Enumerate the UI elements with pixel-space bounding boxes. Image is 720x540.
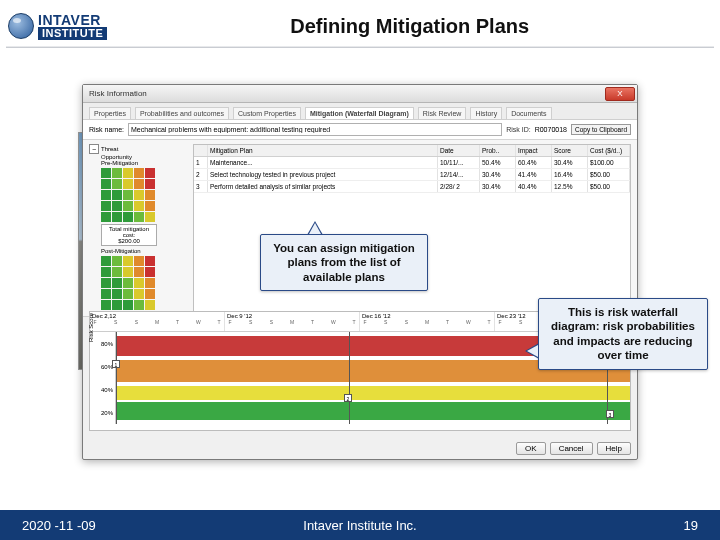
close-button[interactable]: X	[605, 87, 635, 101]
callout-assign-plans: You can assign mitigation plans from the…	[260, 234, 428, 291]
copy-clipboard-button[interactable]: Copy to Clipboard	[571, 124, 631, 135]
dialog-titlebar: Risk Information X	[83, 85, 637, 103]
expand-threat-button[interactable]: −	[89, 144, 99, 154]
band-yellow	[116, 386, 630, 400]
tab-6[interactable]: Documents	[506, 107, 551, 119]
band-green	[116, 402, 630, 420]
risk-name-row: Risk name: Risk ID: R0070018 Copy to Cli…	[83, 120, 637, 140]
marker-3: 3	[606, 410, 614, 418]
tab-5[interactable]: History	[470, 107, 502, 119]
logo-text-top: INTAVER	[38, 13, 107, 27]
help-button[interactable]: Help	[597, 442, 631, 455]
cancel-button[interactable]: Cancel	[550, 442, 593, 455]
table-row[interactable]: 1Maintenance...10/11/...50.4%60.4%30.4%$…	[194, 157, 630, 169]
dialog-buttons: OK Cancel Help	[516, 442, 631, 455]
risk-id-label: Risk ID:	[506, 126, 531, 133]
footer-date: 2020 -11 -09	[22, 518, 96, 533]
marker-2: 2	[344, 394, 352, 402]
footer-org: Intaver Institute Inc.	[303, 518, 416, 533]
matrix-row-postmitigation: Post-Mitigation	[101, 248, 141, 254]
table-row[interactable]: 3Perform detailed analysis of similar pr…	[194, 181, 630, 193]
callout-waterfall: This is risk waterfall diagram: risk pro…	[538, 298, 708, 370]
tab-4[interactable]: Risk Review	[418, 107, 467, 119]
tab-0[interactable]: Properties	[89, 107, 131, 119]
slide-footer: 2020 -11 -09 Intaver Institute Inc. 19	[0, 510, 720, 540]
footer-page: 19	[684, 518, 698, 533]
risk-id-value: R0070018	[535, 126, 567, 133]
tab-2[interactable]: Custom Properties	[233, 107, 301, 119]
header-divider	[6, 46, 714, 48]
logo: INTAVER INSTITUTE	[8, 13, 107, 40]
dialog-title: Risk Information	[89, 89, 147, 98]
tab-1[interactable]: Probabilities and outcomes	[135, 107, 229, 119]
total-cost-box: Total mitigation cost: $200.00	[101, 224, 157, 246]
logo-globe-icon	[8, 13, 34, 39]
slide-header: INTAVER INSTITUTE Defining Mitigation Pl…	[0, 0, 720, 46]
ok-button[interactable]: OK	[516, 442, 546, 455]
marker-1: 1	[112, 360, 120, 368]
logo-text-bottom: INSTITUTE	[38, 27, 107, 40]
table-row[interactable]: 2Select technology tested in previous pr…	[194, 169, 630, 181]
matrix-panel: −Threat Opportunity Pre-Mitigation Total…	[89, 144, 189, 312]
risk-name-input[interactable]	[128, 123, 502, 136]
tab-3[interactable]: Mitigation (Waterfall Diagram)	[305, 107, 414, 119]
matrix-row-premitigation: Pre-Mitigation	[101, 160, 138, 166]
matrix-row-threat: Threat	[101, 146, 118, 152]
heatmap-post	[101, 256, 189, 310]
heatmap-pre	[101, 168, 189, 222]
slide-title: Defining Mitigation Plans	[107, 15, 712, 38]
risk-name-label: Risk name:	[89, 126, 124, 133]
dialog-tabs: PropertiesProbabilities and outcomesCust…	[83, 103, 637, 120]
